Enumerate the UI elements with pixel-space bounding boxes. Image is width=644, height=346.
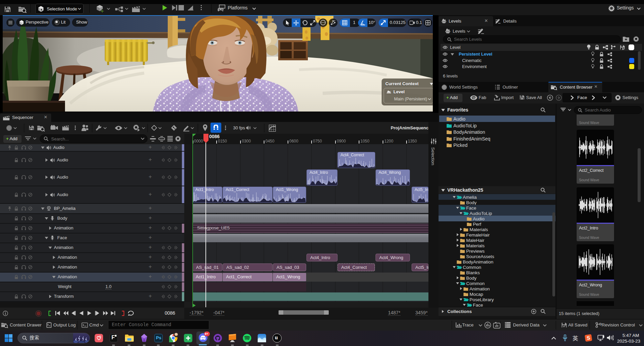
svg-text:FAB: FAB [472,97,476,99]
